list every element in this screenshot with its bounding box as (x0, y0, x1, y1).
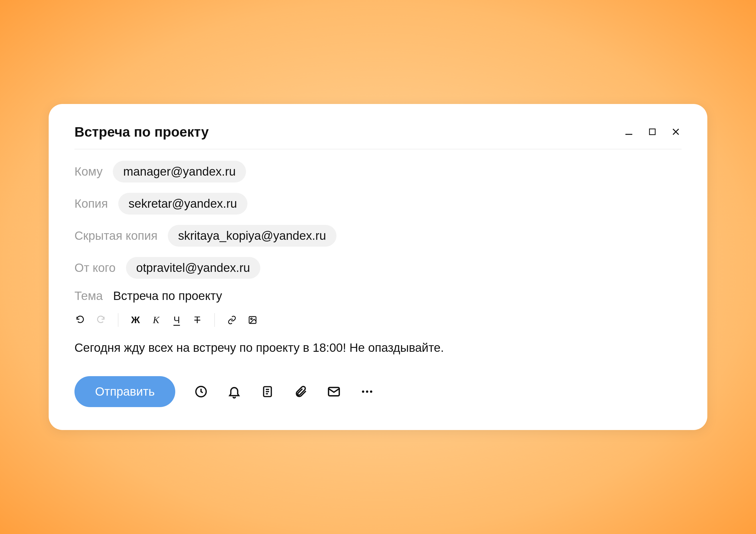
document-icon (261, 385, 274, 398)
schedule-button[interactable] (194, 384, 208, 399)
mail-options-button[interactable] (326, 384, 341, 399)
window-header: Встреча по проекту (74, 124, 682, 149)
maximize-icon (648, 127, 657, 136)
template-button[interactable] (260, 384, 275, 399)
image-icon (248, 315, 257, 324)
cc-field-row: Копия sekretar@yandex.ru (74, 193, 682, 214)
bcc-label: Скрытая копия (74, 229, 157, 243)
bcc-chip[interactable]: skritaya_kopiya@yandex.ru (168, 225, 337, 247)
compose-window: Встреча по проекту Кому manager@yandex.r… (49, 104, 707, 430)
window-controls (623, 126, 682, 137)
cc-chip[interactable]: sekretar@yandex.ru (118, 193, 247, 214)
link-button[interactable] (226, 314, 238, 326)
redo-icon (96, 315, 106, 325)
undo-button[interactable] (74, 314, 86, 326)
from-field-row: От кого otpravitel@yandex.ru (74, 257, 682, 279)
link-icon (228, 315, 236, 324)
svg-point-13 (366, 390, 368, 393)
svg-point-12 (362, 390, 364, 393)
more-button[interactable] (360, 384, 375, 399)
redo-button[interactable] (95, 314, 107, 326)
envelope-icon (327, 384, 341, 399)
bcc-field-row: Скрытая копия skritaya_kopiya@yandex.ru (74, 225, 682, 247)
minimize-icon (624, 126, 634, 137)
toolbar-separator (214, 313, 215, 327)
footer-toolbar: Отправить (74, 376, 682, 407)
clock-icon (194, 385, 208, 399)
subject-label: Тема (74, 289, 103, 303)
format-toolbar: Ж К Ч Т (74, 313, 682, 327)
underline-button[interactable]: Ч (171, 314, 182, 326)
bold-button[interactable]: Ж (130, 314, 141, 326)
cc-label: Копия (74, 197, 108, 211)
attach-button[interactable] (293, 384, 308, 399)
strikethrough-button[interactable]: Т (192, 314, 203, 326)
close-icon (671, 127, 681, 137)
more-icon (360, 385, 374, 399)
from-label: От кого (74, 261, 116, 275)
send-button[interactable]: Отправить (74, 376, 175, 407)
reminder-button[interactable] (227, 384, 242, 399)
message-body[interactable]: Сегодня жду всех на встречу по проекту в… (74, 340, 682, 356)
svg-rect-1 (649, 129, 655, 135)
to-chip[interactable]: manager@yandex.ru (113, 161, 246, 183)
subject-field-row: Тема Встреча по проекту (74, 289, 682, 303)
subject-input[interactable]: Встреча по проекту (113, 289, 222, 303)
svg-point-14 (370, 390, 372, 393)
close-button[interactable] (670, 126, 682, 137)
italic-button[interactable]: К (150, 314, 162, 326)
to-field-row: Кому manager@yandex.ru (74, 161, 682, 183)
from-chip[interactable]: otpravitel@yandex.ru (126, 257, 260, 279)
maximize-button[interactable] (647, 126, 658, 137)
window-title: Встреча по проекту (74, 124, 209, 140)
image-button[interactable] (247, 314, 258, 326)
undo-icon (75, 315, 85, 325)
toolbar-separator (118, 313, 118, 327)
svg-point-5 (251, 318, 252, 320)
paperclip-icon (294, 385, 308, 399)
minimize-button[interactable] (623, 126, 634, 137)
bell-icon (228, 385, 241, 399)
to-label: Кому (74, 165, 102, 179)
